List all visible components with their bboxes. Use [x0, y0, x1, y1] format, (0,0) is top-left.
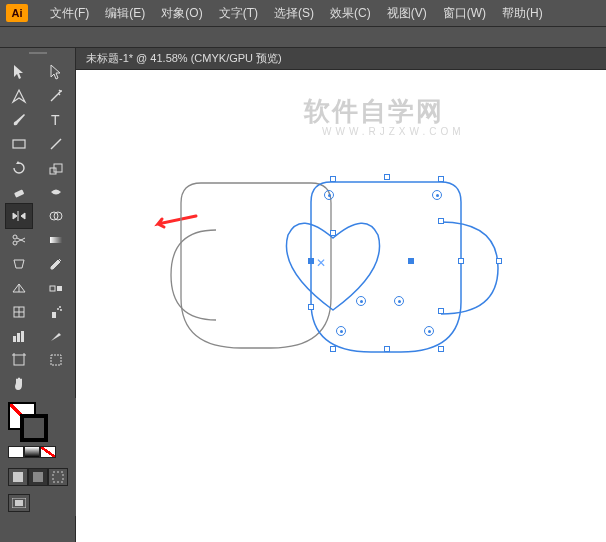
svg-rect-5: [13, 336, 16, 342]
color-mode-none[interactable]: [40, 446, 56, 458]
artboard[interactable]: 软件自学网 WWW.RJZXW.COM: [76, 70, 606, 542]
eraser-tool[interactable]: [6, 180, 32, 204]
menu-window[interactable]: 窗口(W): [435, 5, 494, 22]
anchor-point[interactable]: [438, 308, 444, 314]
draw-inside-mode[interactable]: [48, 468, 68, 486]
document-tab[interactable]: 未标题-1* @ 41.58% (CMYK/GPU 预览): [76, 48, 606, 70]
anchor-point[interactable]: [438, 176, 444, 182]
scale-tool[interactable]: [43, 156, 69, 180]
svg-rect-1: [14, 189, 24, 197]
anchor-point[interactable]: [384, 174, 390, 180]
color-mode-solid[interactable]: [8, 446, 24, 458]
canvas-area: 未标题-1* @ 41.58% (CMYK/GPU 预览) 软件自学网 WWW.…: [76, 48, 606, 542]
svg-text:T: T: [51, 112, 60, 128]
anchor-point[interactable]: [330, 346, 336, 352]
mesh-tool[interactable]: [6, 300, 32, 324]
svg-rect-18: [57, 286, 62, 291]
svg-rect-26: [53, 472, 63, 482]
menu-select[interactable]: 选择(S): [266, 5, 322, 22]
svg-rect-19: [52, 312, 56, 318]
fill-stroke-swatches[interactable]: [8, 402, 48, 442]
svg-rect-8: [14, 355, 24, 365]
direct-selection-tool[interactable]: [43, 60, 69, 84]
svg-point-10: [60, 90, 62, 92]
corner-widget-icon[interactable]: [356, 296, 366, 306]
tool-options-bar: [0, 26, 606, 48]
corner-widget-icon[interactable]: [324, 190, 334, 200]
svg-point-3: [13, 235, 17, 239]
center-point-icon: ✕: [316, 256, 326, 270]
anchor-point[interactable]: [408, 258, 414, 264]
line-tool[interactable]: [43, 132, 69, 156]
blend-tool[interactable]: [43, 276, 69, 300]
anchor-point[interactable]: [308, 258, 314, 264]
svg-point-20: [57, 308, 59, 310]
hand-tool[interactable]: [6, 372, 32, 396]
anchor-point[interactable]: [438, 346, 444, 352]
pen-tool[interactable]: [6, 84, 32, 108]
anchor-point[interactable]: [308, 304, 314, 310]
svg-rect-28: [15, 500, 23, 506]
svg-rect-16: [50, 237, 62, 243]
slice-tool[interactable]: [43, 324, 69, 348]
eyedropper-tool[interactable]: [43, 252, 69, 276]
svg-rect-7: [21, 331, 24, 342]
corner-widget-icon[interactable]: [424, 326, 434, 336]
svg-point-22: [60, 309, 62, 311]
gradient-tool[interactable]: [43, 228, 69, 252]
watermark-url: WWW.RJZXW.COM: [322, 126, 465, 137]
corner-widget-icon[interactable]: [394, 296, 404, 306]
toolbar-grip[interactable]: [1, 48, 75, 58]
graph-tool[interactable]: [6, 324, 32, 348]
menu-edit[interactable]: 编辑(E): [97, 5, 153, 22]
menu-view[interactable]: 视图(V): [379, 5, 435, 22]
svg-rect-6: [17, 333, 20, 342]
color-mode-row: [8, 446, 68, 458]
svg-rect-0: [13, 140, 25, 148]
anchor-point[interactable]: [496, 258, 502, 264]
draw-behind-mode[interactable]: [28, 468, 48, 486]
svg-rect-23: [51, 355, 61, 365]
magic-wand-tool[interactable]: [43, 84, 69, 108]
menu-type[interactable]: 文字(T): [211, 5, 266, 22]
menu-object[interactable]: 对象(O): [153, 5, 210, 22]
svg-rect-24: [13, 472, 23, 482]
svg-rect-25: [33, 472, 43, 482]
perspective-tool[interactable]: [6, 276, 32, 300]
anchor-point[interactable]: [330, 176, 336, 182]
corner-widget-icon[interactable]: [336, 326, 346, 336]
rotate-tool[interactable]: [6, 156, 32, 180]
anchor-point[interactable]: [458, 258, 464, 264]
scissors-tool[interactable]: [6, 228, 32, 252]
spacer: [43, 372, 69, 392]
corner-widget-icon[interactable]: [432, 190, 442, 200]
svg-rect-17: [50, 286, 55, 291]
rectangle-tool[interactable]: [6, 132, 32, 156]
print-tiling-tool[interactable]: [43, 348, 69, 372]
stroke-swatch[interactable]: [20, 414, 48, 442]
width-tool[interactable]: [43, 180, 69, 204]
screen-modes: [8, 494, 68, 512]
type-tool[interactable]: T: [43, 108, 69, 132]
screen-mode-button[interactable]: [8, 494, 30, 512]
reflect-tool[interactable]: [6, 204, 32, 228]
color-panel: [0, 398, 76, 516]
selection-tool[interactable]: [6, 60, 32, 84]
menu-file[interactable]: 文件(F): [42, 5, 97, 22]
anchor-point[interactable]: [438, 218, 444, 224]
shape-builder-tool[interactable]: [43, 204, 69, 228]
blue-heart-shape[interactable]: [268, 210, 398, 330]
anchor-point[interactable]: [384, 346, 390, 352]
color-mode-gradient[interactable]: [24, 446, 40, 458]
menubar: Ai 文件(F) 编辑(E) 对象(O) 文字(T) 选择(S) 效果(C) 视…: [0, 0, 606, 26]
free-transform-tool[interactable]: [6, 252, 32, 276]
brush-tool[interactable]: [6, 108, 32, 132]
menu-effect[interactable]: 效果(C): [322, 5, 379, 22]
draw-modes: [8, 468, 68, 486]
artboard-tool[interactable]: [6, 348, 32, 372]
svg-rect-12: [50, 168, 56, 174]
anchor-point[interactable]: [330, 230, 336, 236]
menu-help[interactable]: 帮助(H): [494, 5, 551, 22]
draw-normal-mode[interactable]: [8, 468, 28, 486]
symbol-sprayer-tool[interactable]: [43, 300, 69, 324]
